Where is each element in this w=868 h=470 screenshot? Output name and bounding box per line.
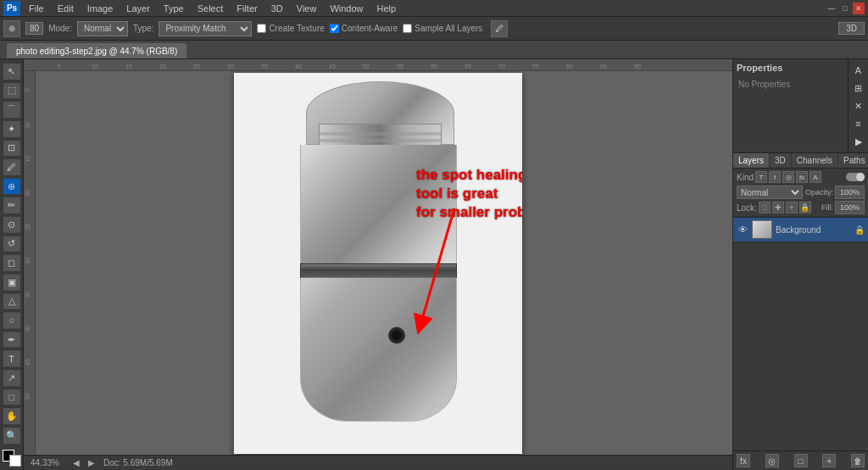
layer-group-button[interactable]: □ <box>794 454 808 467</box>
lock-image-btn[interactable]: ✚ <box>772 202 784 213</box>
prop-icon-5[interactable]: ▶ <box>851 134 866 149</box>
brush-tool[interactable]: ✏ <box>3 196 21 214</box>
menu-filter[interactable]: Filter <box>233 3 260 14</box>
blur-tool[interactable]: △ <box>3 293 21 311</box>
maximize-button[interactable]: □ <box>839 3 851 14</box>
no-properties-text: No Properties <box>737 78 844 91</box>
menu-type[interactable]: Type <box>160 3 187 14</box>
new-layer-button[interactable]: + <box>822 454 836 467</box>
healing-tool-icon[interactable]: ⊕ <box>3 20 20 37</box>
lock-row: Lock: □ ✚ + 🔒 Fill: <box>737 201 865 214</box>
layer-item-background[interactable]: 👁 Background 🔒 <box>733 218 868 242</box>
brush-size-display[interactable]: 80 <box>25 22 43 35</box>
lock-all-btn[interactable]: 🔒 <box>799 202 811 213</box>
type-tool[interactable]: T <box>3 350 21 368</box>
layer-fx-button[interactable]: fx <box>737 454 750 467</box>
create-texture-group: Create Texture <box>257 24 324 33</box>
tab-paths[interactable]: Paths <box>838 153 868 168</box>
filter-icon-1[interactable]: T <box>755 171 767 183</box>
menu-edit[interactable]: Edit <box>54 3 77 14</box>
menu-image[interactable]: Image <box>84 3 117 14</box>
eyedropper-tool-btn[interactable]: 🖉 <box>3 158 21 176</box>
nav-arrow-next[interactable]: ▶ <box>88 458 95 467</box>
create-texture-checkbox[interactable] <box>257 24 266 33</box>
menu-help[interactable]: Help <box>374 3 400 14</box>
tab-layers[interactable]: Layers <box>733 153 770 168</box>
filter-icon-3[interactable]: ◎ <box>782 171 794 183</box>
canvas-document[interactable]: the spot healing tool is great for small… <box>234 73 522 454</box>
close-button[interactable]: ✕ <box>853 3 865 14</box>
clone-stamp-tool[interactable]: ⊙ <box>3 216 21 234</box>
shape-tool[interactable]: □ <box>3 389 21 406</box>
prop-icon-1[interactable]: A <box>851 63 866 78</box>
move-tool[interactable]: ↖ <box>3 63 21 80</box>
sample-all-layers-checkbox[interactable] <box>403 24 412 33</box>
menu-layer[interactable]: Layer <box>123 3 153 14</box>
layer-lock-icon: 🔒 <box>854 225 865 235</box>
content-aware-label: Content-Aware <box>342 24 398 33</box>
document-tab[interactable]: photo editing3-step2.jpg @ 44.7% (RGB/8) <box>7 43 186 58</box>
ps-logo: Ps <box>3 1 20 16</box>
layer-visibility-toggle[interactable]: 👁 <box>737 224 748 235</box>
mode-select[interactable]: Normal <box>77 21 128 36</box>
layers-bottom-bar: fx ◎ □ + 🗑 <box>733 451 868 470</box>
prop-icon-3[interactable]: ✕ <box>851 98 866 113</box>
menubar: Ps File Edit Image Layer Type Select Fil… <box>0 0 868 17</box>
filter-icon-2[interactable]: f <box>769 171 781 183</box>
eraser-tool[interactable]: ◻ <box>3 254 21 272</box>
selection-tool[interactable]: ⬚ <box>3 82 21 100</box>
layers-controls: Kind T f ◎ fx A <box>733 169 868 218</box>
pen-tool[interactable]: ✒ <box>3 331 21 349</box>
zoom-tool[interactable]: 🔍 <box>3 427 21 445</box>
prop-icon-4[interactable]: ≡ <box>851 116 866 131</box>
lasso-tool[interactable]: ⌒ <box>3 101 21 119</box>
content-aware-checkbox[interactable] <box>330 24 339 33</box>
magic-wand-tool[interactable]: ✦ <box>3 120 21 138</box>
gradient-tool[interactable]: ▣ <box>3 274 21 291</box>
lock-position-btn[interactable]: + <box>786 202 798 213</box>
menu-3d[interactable]: 3D <box>268 3 287 14</box>
layer-mask-button[interactable]: ◎ <box>765 454 779 467</box>
main-area: ↖ ⬚ ⌒ ✦ ⊡ 🖉 ⊕ ✏ ⊙ ↺ ◻ ▣ △ ○ ✒ T ↗ □ ✋ 🔍 … <box>0 59 868 470</box>
menu-select[interactable]: Select <box>194 3 227 14</box>
tab-channels[interactable]: Channels <box>792 153 838 168</box>
lock-transparent-btn[interactable]: □ <box>759 202 771 213</box>
fill-group: Fill: <box>821 201 865 214</box>
opacity-input[interactable] <box>835 185 865 199</box>
canvas-scroll[interactable]: 5 10 15 20 25 30 35 40 45 50 <box>24 71 732 455</box>
zoom-level: 44.33% <box>31 458 64 467</box>
status-bar: 44.33% ◀ ▶ Doc: 5.69M/5.69M <box>24 455 732 470</box>
path-selection-tool[interactable]: ↗ <box>3 369 21 387</box>
sample-all-layers-label: Sample All Layers <box>415 24 482 33</box>
blending-mode-select[interactable]: Normal Multiply Screen <box>737 185 803 199</box>
healing-brush-tool[interactable]: ⊕ <box>3 178 21 196</box>
jar-blemish-spot <box>388 327 405 344</box>
foreground-background-colors[interactable] <box>3 450 21 467</box>
opacity-label: Opacity: <box>805 188 833 196</box>
eyedropper-tool[interactable]: 🖉 <box>491 20 508 37</box>
tab-3d[interactable]: 3D <box>770 153 792 168</box>
type-select[interactable]: Proximity Match Create Texture Content-A… <box>159 21 252 36</box>
menu-view[interactable]: View <box>293 3 320 14</box>
jar-tape-1 <box>319 132 442 135</box>
menu-file[interactable]: File <box>25 3 47 14</box>
minimize-button[interactable]: — <box>826 3 837 14</box>
crop-tool[interactable]: ⊡ <box>3 140 21 158</box>
hand-tool[interactable]: ✋ <box>3 407 21 425</box>
layer-thumbnail <box>752 220 772 239</box>
nav-arrow-prev[interactable]: ◀ <box>73 458 80 467</box>
right-panel: Properties No Properties A ⊞ ✕ ≡ ▶ Layer… <box>732 59 868 470</box>
window-controls: — □ ✕ <box>826 3 865 14</box>
filter-icon-4[interactable]: fx <box>796 171 808 183</box>
jar-image: the spot healing tool is great for small… <box>234 73 522 454</box>
menu-window[interactable]: Window <box>326 3 366 14</box>
create-texture-label: Create Texture <box>269 24 324 33</box>
filter-icon-5[interactable]: A <box>810 171 821 183</box>
delete-layer-button[interactable]: 🗑 <box>851 454 865 467</box>
filter-switch[interactable] <box>846 173 865 181</box>
prop-icon-2[interactable]: ⊞ <box>851 80 866 96</box>
dodge-tool[interactable]: ○ <box>3 312 21 329</box>
fill-input[interactable] <box>835 201 865 214</box>
history-brush-tool[interactable]: ↺ <box>3 235 21 253</box>
options-toolbar: ⊕ 80 Mode: Normal Type: Proximity Match … <box>0 17 868 41</box>
